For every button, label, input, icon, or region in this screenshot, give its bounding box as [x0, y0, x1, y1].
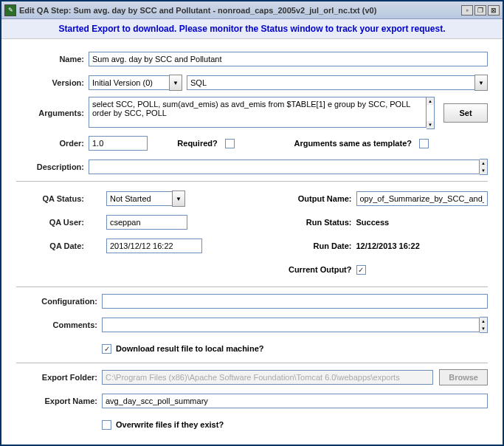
- version-label: Version:: [16, 78, 84, 87]
- qa-date-input[interactable]: [106, 239, 202, 253]
- name-input[interactable]: [89, 52, 488, 66]
- output-name-label: Output Name:: [256, 194, 352, 203]
- required-checkbox[interactable]: [225, 139, 235, 148]
- browse-button: Browse: [439, 369, 488, 385]
- download-checkbox[interactable]: ✓: [102, 344, 111, 354]
- qa-status-select[interactable]: [106, 191, 173, 206]
- footer-buttons: Save Close Run View Results Export Refre…: [16, 439, 488, 446]
- description-label: Description:: [16, 162, 84, 171]
- comments-input[interactable]: [102, 318, 480, 332]
- arguments-scroll[interactable]: ▲▼: [427, 97, 435, 129]
- qa-status-dropdown-button[interactable]: ▼: [172, 191, 185, 207]
- required-label: Required?: [177, 139, 217, 148]
- arguments-label: Arguments:: [16, 109, 84, 117]
- run-status-value: Success: [356, 218, 390, 227]
- program-select[interactable]: [187, 75, 475, 90]
- name-label: Name:: [16, 55, 84, 64]
- run-date-value: 12/12/2013 16:22: [356, 241, 420, 250]
- qa-user-input[interactable]: [106, 215, 187, 230]
- current-output-label: Current Output?: [256, 265, 352, 274]
- maximize-button[interactable]: ❐: [474, 5, 486, 16]
- close-window-button[interactable]: ⊠: [488, 5, 500, 16]
- set-button[interactable]: Set: [443, 103, 488, 123]
- divider-2: [16, 287, 488, 287]
- status-banner: Started Export to download. Please monit…: [1, 19, 503, 39]
- arguments-textarea[interactable]: [89, 97, 427, 128]
- divider-3: [16, 363, 488, 363]
- configuration-input[interactable]: [102, 294, 488, 309]
- args-same-label: Arguments same as template?: [294, 139, 412, 148]
- minimize-button[interactable]: ▫: [461, 5, 473, 16]
- overwrite-checkbox[interactable]: [102, 420, 111, 430]
- output-name-input[interactable]: [356, 191, 489, 206]
- description-input[interactable]: [89, 159, 480, 174]
- export-name-input[interactable]: [102, 394, 488, 408]
- qa-date-label: QA Date:: [16, 241, 84, 250]
- args-same-checkbox[interactable]: [419, 139, 429, 148]
- run-status-label: Run Status:: [256, 218, 352, 227]
- download-label: Download result file to local machine?: [116, 344, 263, 353]
- version-input[interactable]: [89, 75, 170, 90]
- description-spinner[interactable]: ▲▼: [480, 159, 488, 175]
- qa-user-label: QA User:: [16, 218, 84, 227]
- run-date-label: Run Date:: [256, 241, 352, 250]
- export-name-label: Export Name:: [16, 397, 97, 405]
- form: Name: Version: ▼ ▼ Arguments: ▲▼ Set Ord…: [1, 39, 503, 446]
- configuration-label: Configuration:: [16, 297, 97, 306]
- version-dropdown-button[interactable]: ▼: [169, 75, 182, 91]
- order-input[interactable]: [89, 136, 148, 151]
- overwrite-label: Overwrite files if they exist?: [116, 420, 224, 429]
- current-output-checkbox[interactable]: ✓: [356, 265, 366, 275]
- window-title: Edit QA Step: Sum avg. day by SCC and Po…: [19, 6, 460, 15]
- qa-status-label: QA Status:: [16, 194, 84, 203]
- export-folder-input: [102, 370, 433, 385]
- titlebar: ✎ Edit QA Step: Sum avg. day by SCC and …: [1, 1, 503, 19]
- export-folder-label: Export Folder:: [16, 373, 97, 382]
- program-dropdown-button[interactable]: ▼: [474, 75, 488, 91]
- app-icon: ✎: [4, 4, 16, 16]
- divider-1: [16, 181, 488, 182]
- order-label: Order:: [16, 139, 84, 148]
- comments-spinner[interactable]: ▲▼: [480, 317, 488, 333]
- comments-label: Comments:: [16, 320, 97, 329]
